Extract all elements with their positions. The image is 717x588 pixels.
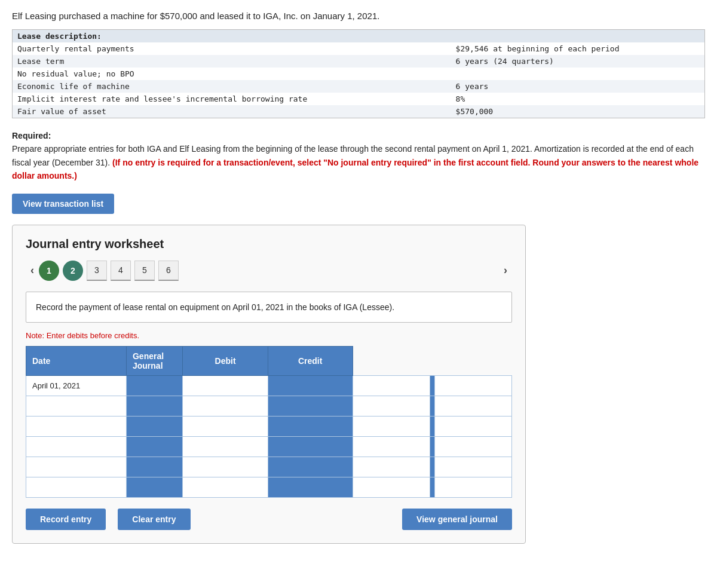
row-right-marker2-4 [430, 457, 434, 477]
credit-input-3[interactable] [435, 437, 511, 457]
view-general-journal-button[interactable]: View general journal [402, 509, 512, 530]
credit-cell-5[interactable] [434, 477, 511, 497]
date-cell-1 [26, 396, 127, 416]
journal-entry-worksheet: Journal entry worksheet ‹ 1 2 3 4 5 6 › … [12, 225, 526, 544]
lease-row-1-label: Quarterly rental payments [13, 42, 451, 55]
gj-input-1[interactable] [183, 396, 267, 416]
row-right-marker-3 [268, 436, 353, 457]
credit-input-0[interactable] [435, 376, 511, 396]
lease-row-5-value: 8% [451, 93, 705, 105]
view-transaction-button[interactable]: View transaction list [12, 194, 114, 214]
row-left-marker-5 [126, 477, 183, 497]
tab-2[interactable]: 2 [63, 261, 83, 281]
intro-text: Elf Leasing purchased a machine for $570… [12, 11, 705, 21]
col-header-credit: Credit [268, 346, 353, 375]
gj-input-4[interactable] [183, 457, 267, 477]
debit-cell-3[interactable] [353, 436, 430, 457]
lease-row-4-label: Economic life of machine [13, 80, 451, 93]
row-left-marker-2 [126, 416, 183, 436]
debit-cell-5[interactable] [353, 477, 430, 497]
lease-row-4-value: 6 years [451, 80, 705, 93]
col-header-date: Date [26, 346, 127, 375]
credit-input-2[interactable] [435, 416, 511, 436]
record-entry-button[interactable]: Record entry [26, 509, 106, 530]
table-row [26, 436, 512, 457]
credit-cell-4[interactable] [434, 457, 511, 477]
row-right-marker-0 [268, 375, 353, 396]
entry-note: Note: Enter debits before credits. [26, 331, 512, 340]
table-row [26, 477, 512, 497]
journal-table: Date General Journal Debit Credit April … [26, 346, 512, 498]
debit-cell-4[interactable] [353, 457, 430, 477]
debit-input-5[interactable] [353, 477, 430, 497]
gj-cell-1[interactable] [183, 396, 268, 416]
col-header-debit: Debit [183, 346, 268, 375]
row-right-marker-1 [268, 396, 353, 416]
lease-row-6-value: $570,000 [451, 105, 705, 118]
gj-cell-3[interactable] [183, 436, 268, 457]
table-row [26, 416, 512, 436]
row-left-marker-3 [126, 436, 183, 457]
lease-row-1-value: $29,546 at beginning of each period [451, 42, 705, 55]
tab-4[interactable]: 4 [111, 261, 131, 281]
required-body-red: (If no entry is required for a transacti… [12, 158, 698, 180]
required-section: Required: Prepare appropriate entries fo… [12, 129, 705, 183]
table-row [26, 396, 512, 416]
tab-prev-arrow[interactable]: ‹ [26, 262, 39, 279]
credit-input-4[interactable] [435, 457, 511, 477]
row-right-marker-2 [268, 416, 353, 436]
clear-entry-button[interactable]: Clear entry [118, 509, 190, 530]
worksheet-title: Journal entry worksheet [26, 237, 512, 251]
gj-cell-4[interactable] [183, 457, 268, 477]
date-cell-0: April 01, 2021 [26, 375, 127, 396]
gj-cell-5[interactable] [183, 477, 268, 497]
gj-input-2[interactable] [183, 416, 267, 436]
lease-description-table: Lease description: Quarterly rental paym… [12, 29, 705, 118]
row-left-marker-0 [126, 375, 183, 396]
row-right-marker-4 [268, 457, 353, 477]
credit-cell-2[interactable] [434, 416, 511, 436]
gj-input-3[interactable] [183, 437, 267, 457]
tab-1[interactable]: 1 [39, 261, 59, 281]
required-label: Required: [12, 131, 51, 140]
tab-6[interactable]: 6 [158, 261, 179, 281]
debit-input-0[interactable] [353, 376, 430, 396]
debit-cell-2[interactable] [353, 416, 430, 436]
debit-input-2[interactable] [353, 416, 430, 436]
credit-input-5[interactable] [435, 477, 511, 497]
lease-row-3-value [451, 68, 705, 80]
tab-next-arrow[interactable]: › [499, 262, 512, 279]
row-right-marker2-0 [430, 375, 434, 396]
tab-5[interactable]: 5 [134, 261, 155, 281]
actions-row: Record entry Clear entry View general jo… [26, 509, 512, 530]
gj-cell-0[interactable] [183, 375, 268, 396]
row-right-marker2-3 [430, 436, 434, 457]
credit-cell-1[interactable] [434, 396, 511, 416]
tab-3[interactable]: 3 [87, 261, 107, 281]
row-right-marker-5 [268, 477, 353, 497]
date-cell-2 [26, 416, 127, 436]
lease-row-2-value: 6 years (24 quarters) [451, 55, 705, 68]
row-right-marker2-1 [430, 396, 434, 416]
lease-row-2-label: Lease term [13, 55, 451, 68]
date-cell-3 [26, 436, 127, 457]
debit-input-1[interactable] [353, 396, 430, 416]
gj-input-5[interactable] [183, 477, 267, 497]
lease-header: Lease description: [13, 30, 705, 43]
entry-description: Record the payment of lease rental on eq… [26, 292, 512, 323]
col-header-gj: General Journal [126, 346, 183, 375]
row-right-marker2-2 [430, 416, 434, 436]
credit-cell-0[interactable] [434, 375, 511, 396]
debit-input-3[interactable] [353, 437, 430, 457]
credit-cell-3[interactable] [434, 436, 511, 457]
lease-row-5-label: Implicit interest rate and lessee's incr… [13, 93, 451, 105]
debit-cell-1[interactable] [353, 396, 430, 416]
gj-cell-2[interactable] [183, 416, 268, 436]
date-cell-5 [26, 477, 127, 497]
debit-input-4[interactable] [353, 457, 430, 477]
table-row [26, 457, 512, 477]
table-row: April 01, 2021 [26, 375, 512, 396]
credit-input-1[interactable] [435, 396, 511, 416]
gj-input-0[interactable] [183, 376, 267, 396]
debit-cell-0[interactable] [353, 375, 430, 396]
